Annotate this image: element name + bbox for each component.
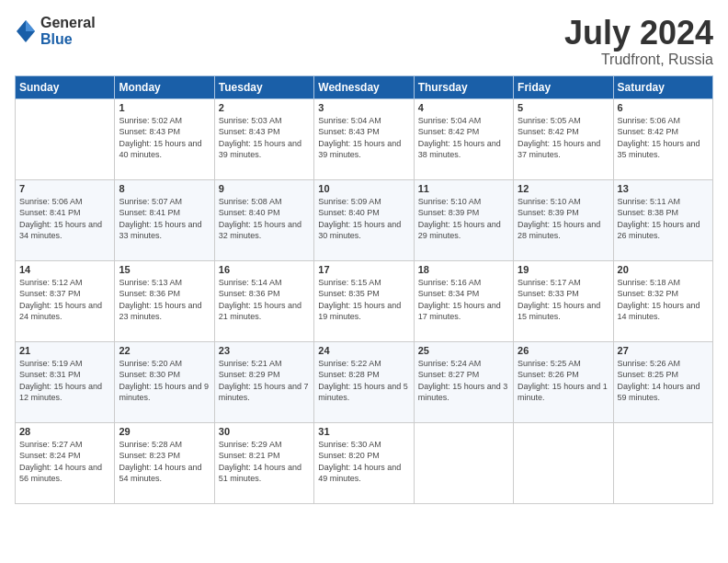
day-number: 20 (618, 264, 709, 275)
day-info: Sunrise: 5:06 AM Sunset: 8:41 PM Dayligh… (19, 196, 110, 242)
table-row: 15Sunrise: 5:13 AM Sunset: 8:36 PM Dayli… (115, 260, 214, 341)
day-number: 3 (318, 102, 409, 113)
day-number: 9 (219, 183, 310, 194)
day-number: 1 (119, 102, 210, 113)
day-number: 11 (418, 183, 509, 194)
day-number: 31 (318, 426, 409, 437)
page-container: General Blue July 2024 Trudfront, Russia… (0, 0, 728, 563)
header-wednesday: Wednesday (314, 75, 414, 98)
day-number: 23 (219, 345, 310, 356)
month-title: July 2024 (564, 15, 713, 52)
day-info: Sunrise: 5:10 AM Sunset: 8:39 PM Dayligh… (518, 196, 609, 242)
day-number: 7 (19, 183, 110, 194)
day-number: 12 (518, 183, 609, 194)
day-number: 15 (119, 264, 210, 275)
table-row: 8Sunrise: 5:07 AM Sunset: 8:41 PM Daylig… (115, 179, 214, 260)
day-number: 19 (518, 264, 609, 275)
day-info: Sunrise: 5:28 AM Sunset: 8:23 PM Dayligh… (119, 439, 210, 485)
table-row: 19Sunrise: 5:17 AM Sunset: 8:33 PM Dayli… (514, 260, 613, 341)
day-number: 17 (318, 264, 409, 275)
day-number: 5 (518, 102, 609, 113)
table-row: 12Sunrise: 5:10 AM Sunset: 8:39 PM Dayli… (514, 179, 613, 260)
day-info: Sunrise: 5:17 AM Sunset: 8:33 PM Dayligh… (518, 277, 609, 323)
calendar-header-row: Sunday Monday Tuesday Wednesday Thursday… (16, 75, 713, 98)
table-row: 28Sunrise: 5:27 AM Sunset: 8:24 PM Dayli… (16, 422, 115, 503)
logo-text: General Blue (40, 15, 96, 47)
calendar-week-4: 21Sunrise: 5:19 AM Sunset: 8:31 PM Dayli… (16, 341, 713, 422)
table-row: 16Sunrise: 5:14 AM Sunset: 8:36 PM Dayli… (214, 260, 313, 341)
header-sunday: Sunday (16, 75, 115, 98)
location: Trudfront, Russia (564, 52, 713, 68)
table-row: 17Sunrise: 5:15 AM Sunset: 8:35 PM Dayli… (314, 260, 414, 341)
day-info: Sunrise: 5:16 AM Sunset: 8:34 PM Dayligh… (418, 277, 509, 323)
calendar-week-2: 7Sunrise: 5:06 AM Sunset: 8:41 PM Daylig… (16, 179, 713, 260)
day-number: 29 (119, 426, 210, 437)
day-number: 16 (219, 264, 310, 275)
day-number: 18 (418, 264, 509, 275)
table-row: 26Sunrise: 5:25 AM Sunset: 8:26 PM Dayli… (514, 341, 613, 422)
day-number: 21 (19, 345, 110, 356)
table-row: 18Sunrise: 5:16 AM Sunset: 8:34 PM Dayli… (414, 260, 513, 341)
table-row: 5Sunrise: 5:05 AM Sunset: 8:42 PM Daylig… (514, 98, 613, 179)
table-row: 29Sunrise: 5:28 AM Sunset: 8:23 PM Dayli… (115, 422, 214, 503)
day-info: Sunrise: 5:21 AM Sunset: 8:29 PM Dayligh… (219, 358, 310, 404)
header-saturday: Saturday (613, 75, 712, 98)
table-row: 2Sunrise: 5:03 AM Sunset: 8:43 PM Daylig… (214, 98, 313, 179)
day-info: Sunrise: 5:09 AM Sunset: 8:40 PM Dayligh… (318, 196, 409, 242)
day-number: 14 (19, 264, 110, 275)
table-row: 9Sunrise: 5:08 AM Sunset: 8:40 PM Daylig… (214, 179, 313, 260)
calendar-week-1: 1Sunrise: 5:02 AM Sunset: 8:43 PM Daylig… (16, 98, 713, 179)
logo-blue: Blue (40, 31, 96, 48)
table-row: 10Sunrise: 5:09 AM Sunset: 8:40 PM Dayli… (314, 179, 414, 260)
day-info: Sunrise: 5:26 AM Sunset: 8:25 PM Dayligh… (618, 358, 709, 404)
header-friday: Friday (514, 75, 613, 98)
table-row: 11Sunrise: 5:10 AM Sunset: 8:39 PM Dayli… (414, 179, 513, 260)
header-tuesday: Tuesday (214, 75, 313, 98)
day-info: Sunrise: 5:02 AM Sunset: 8:43 PM Dayligh… (119, 115, 210, 161)
day-number: 22 (119, 345, 210, 356)
table-row: 30Sunrise: 5:29 AM Sunset: 8:21 PM Dayli… (214, 422, 313, 503)
title-area: July 2024 Trudfront, Russia (564, 15, 713, 68)
table-row: 31Sunrise: 5:30 AM Sunset: 8:20 PM Dayli… (314, 422, 414, 503)
day-info: Sunrise: 5:30 AM Sunset: 8:20 PM Dayligh… (318, 439, 409, 485)
day-info: Sunrise: 5:29 AM Sunset: 8:21 PM Dayligh… (219, 439, 310, 485)
day-info: Sunrise: 5:05 AM Sunset: 8:42 PM Dayligh… (518, 115, 609, 161)
table-row: 13Sunrise: 5:11 AM Sunset: 8:38 PM Dayli… (613, 179, 712, 260)
header-monday: Monday (115, 75, 214, 98)
table-row: 3Sunrise: 5:04 AM Sunset: 8:43 PM Daylig… (314, 98, 414, 179)
day-info: Sunrise: 5:15 AM Sunset: 8:35 PM Dayligh… (318, 277, 409, 323)
logo-icon (15, 18, 37, 44)
day-info: Sunrise: 5:25 AM Sunset: 8:26 PM Dayligh… (518, 358, 609, 404)
day-info: Sunrise: 5:27 AM Sunset: 8:24 PM Dayligh… (19, 439, 110, 485)
day-info: Sunrise: 5:18 AM Sunset: 8:32 PM Dayligh… (618, 277, 709, 323)
table-row (16, 98, 115, 179)
day-number: 28 (19, 426, 110, 437)
table-row: 6Sunrise: 5:06 AM Sunset: 8:42 PM Daylig… (613, 98, 712, 179)
table-row: 24Sunrise: 5:22 AM Sunset: 8:28 PM Dayli… (314, 341, 414, 422)
day-number: 24 (318, 345, 409, 356)
day-number: 13 (618, 183, 709, 194)
table-row: 7Sunrise: 5:06 AM Sunset: 8:41 PM Daylig… (16, 179, 115, 260)
table-row: 4Sunrise: 5:04 AM Sunset: 8:42 PM Daylig… (414, 98, 513, 179)
day-number: 25 (418, 345, 509, 356)
day-info: Sunrise: 5:08 AM Sunset: 8:40 PM Dayligh… (219, 196, 310, 242)
page-header: General Blue July 2024 Trudfront, Russia (15, 15, 713, 68)
day-number: 10 (318, 183, 409, 194)
day-number: 30 (219, 426, 310, 437)
day-info: Sunrise: 5:10 AM Sunset: 8:39 PM Dayligh… (418, 196, 509, 242)
table-row (514, 422, 613, 503)
day-info: Sunrise: 5:11 AM Sunset: 8:38 PM Dayligh… (618, 196, 709, 242)
day-number: 8 (119, 183, 210, 194)
table-row: 21Sunrise: 5:19 AM Sunset: 8:31 PM Dayli… (16, 341, 115, 422)
calendar-table: Sunday Monday Tuesday Wednesday Thursday… (15, 75, 713, 504)
table-row (414, 422, 513, 503)
table-row: 27Sunrise: 5:26 AM Sunset: 8:25 PM Dayli… (613, 341, 712, 422)
day-number: 4 (418, 102, 509, 113)
day-info: Sunrise: 5:04 AM Sunset: 8:43 PM Dayligh… (318, 115, 409, 161)
table-row: 1Sunrise: 5:02 AM Sunset: 8:43 PM Daylig… (115, 98, 214, 179)
table-row: 23Sunrise: 5:21 AM Sunset: 8:29 PM Dayli… (214, 341, 313, 422)
calendar-week-3: 14Sunrise: 5:12 AM Sunset: 8:37 PM Dayli… (16, 260, 713, 341)
table-row: 14Sunrise: 5:12 AM Sunset: 8:37 PM Dayli… (16, 260, 115, 341)
day-info: Sunrise: 5:07 AM Sunset: 8:41 PM Dayligh… (119, 196, 210, 242)
day-number: 2 (219, 102, 310, 113)
